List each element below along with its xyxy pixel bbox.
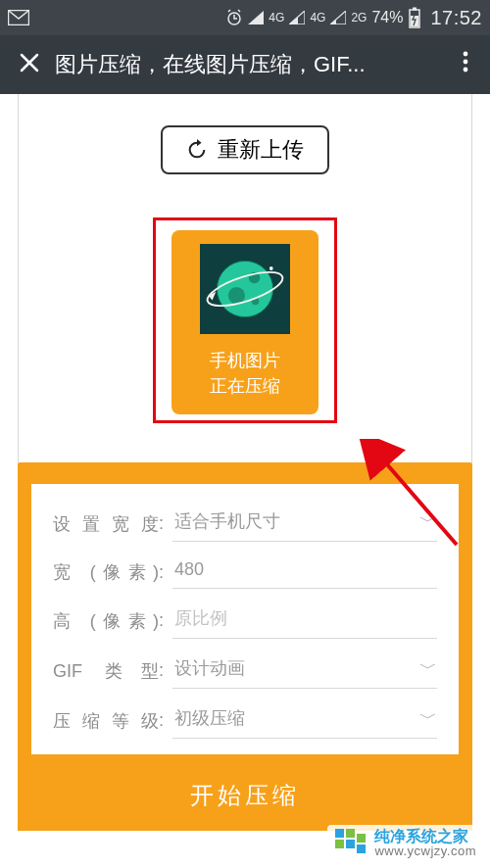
- watermark: 纯净系统之家 www.ycwjzy.com: [327, 825, 484, 862]
- network-1-label: 4G: [269, 13, 284, 23]
- svg-rect-16: [335, 829, 344, 838]
- watermark-logo-icon: [335, 829, 368, 858]
- network-2-label: 4G: [310, 13, 325, 23]
- svg-point-15: [270, 266, 273, 270]
- webview-title-bar: 图片压缩，在线图片压缩，GIF...: [0, 35, 490, 94]
- gif-type-select[interactable]: 设计动画 ﹀: [172, 652, 437, 689]
- height-px-input[interactable]: 原比例: [172, 603, 437, 639]
- svg-point-7: [464, 68, 468, 72]
- chevron-down-icon: ﹀: [419, 706, 437, 730]
- row-label-gif-type: GIF 类型: [53, 659, 159, 683]
- clock-time: 17:52: [430, 7, 482, 29]
- page-title: 图片压缩，在线图片压缩，GIF...: [49, 50, 451, 79]
- signal-2-icon: [289, 11, 305, 24]
- android-status-bar: 4G 4G 2G 74% 17:52: [0, 0, 490, 35]
- battery-percent: 74%: [371, 9, 403, 26]
- more-menu-icon[interactable]: [451, 51, 480, 78]
- svg-rect-21: [357, 844, 366, 853]
- reupload-label: 重新上传: [218, 135, 304, 165]
- start-compress-button[interactable]: 开始压缩: [31, 760, 459, 831]
- svg-rect-18: [335, 840, 344, 848]
- svg-rect-20: [357, 834, 366, 843]
- signal-3-icon: [330, 11, 346, 24]
- watermark-url: www.ycwjzy.com: [374, 844, 476, 858]
- row-label-width-preset: 设置宽度: [53, 512, 159, 536]
- compressing-card: 手机图片 正在压缩: [172, 230, 318, 414]
- highlight-frame: 手机图片 正在压缩: [153, 217, 337, 423]
- watermark-name: 纯净系统之家: [374, 829, 476, 845]
- settings-panel: 设置宽度 : 适合手机尺寸 ﹀ 宽 (像素) : 480 高 (像素) : 原比…: [18, 462, 472, 831]
- alarm-icon: [225, 9, 243, 26]
- width-px-input[interactable]: 480: [172, 555, 437, 589]
- svg-point-6: [464, 60, 468, 65]
- svg-rect-19: [346, 840, 355, 848]
- network-3-label: 2G: [351, 13, 367, 23]
- chevron-down-icon: ﹀: [419, 509, 437, 533]
- battery-charging-icon: [408, 7, 421, 28]
- close-icon[interactable]: [10, 50, 49, 80]
- width-preset-select[interactable]: 适合手机尺寸 ﹀: [172, 506, 437, 542]
- svg-point-5: [464, 52, 468, 57]
- reupload-button[interactable]: 重新上传: [161, 125, 329, 174]
- planet-icon: [200, 244, 290, 334]
- reload-icon: [186, 139, 208, 161]
- row-label-level: 压缩等级: [53, 709, 159, 733]
- compress-level-select[interactable]: 初级压缩 ﹀: [172, 702, 437, 739]
- chevron-down-icon: ﹀: [419, 656, 437, 680]
- card-status-text: 手机图片 正在压缩: [210, 348, 280, 399]
- row-label-width-px: 宽 (像素): [53, 560, 159, 584]
- mail-icon: [8, 10, 29, 25]
- row-label-height-px: 高 (像素): [53, 609, 159, 633]
- page-content: 重新上传 手: [0, 94, 490, 462]
- svg-rect-3: [413, 8, 416, 11]
- svg-point-12: [228, 287, 245, 304]
- signal-1-icon: [248, 11, 264, 24]
- upload-area: 重新上传 手: [18, 112, 472, 462]
- svg-rect-17: [346, 829, 355, 838]
